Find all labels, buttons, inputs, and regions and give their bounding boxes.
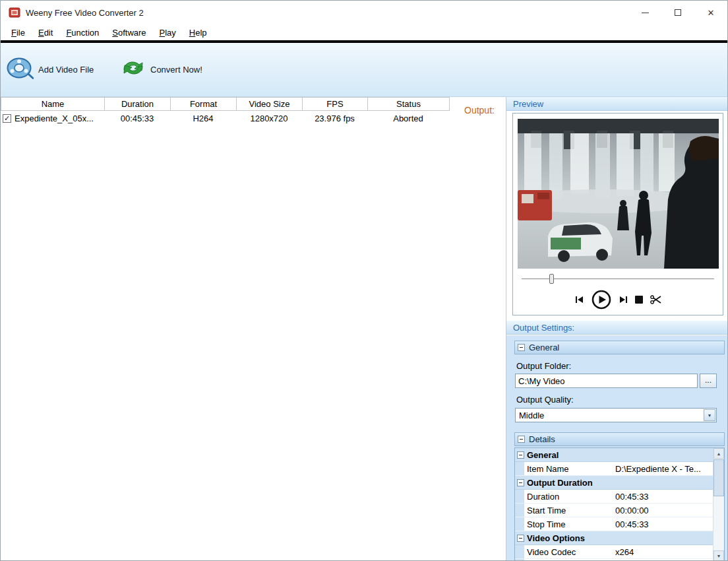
details-property-grid: General Item Name D:\Expediente X - Te..… [514,447,725,561]
close-icon: ✕ [708,8,715,18]
property-key: Start Time [527,506,615,515]
property-row-video-codec[interactable]: Video Codec x264 [515,545,713,559]
output-settings-header: Output Settings: [506,321,728,335]
column-header-duration[interactable]: Duration [105,98,171,110]
row-checkbox[interactable]: ✓ [3,114,11,123]
cell-duration: 00:45:33 [104,114,170,123]
maximize-button[interactable] [661,1,694,24]
property-value: 00:00:00 [615,506,649,515]
property-value: 00:45:33 [615,519,649,529]
preview-box [512,113,723,315]
app-window: Weeny Free Video Converter 2 ✕ File Edit… [0,0,728,561]
property-key: Item Name [527,464,615,474]
convert-now-label: Convert Now! [150,65,202,75]
output-label: Output: [464,105,495,116]
property-row-duration[interactable]: Duration 00:45:33 [515,490,713,504]
file-list-header: Name Duration Format Video Size FPS Stat… [1,97,450,111]
output-quality-dropdown[interactable]: Middle ▼ [515,408,717,422]
output-quality-label: Output Quality: [516,395,574,405]
convert-now-button[interactable]: Convert Now! [121,57,202,81]
general-group-header[interactable]: General [514,341,725,354]
property-group-video-options[interactable]: Video Options [515,531,713,545]
property-group-output-duration[interactable]: Output Duration [515,476,713,490]
window-controls: ✕ [628,1,727,24]
menu-item-function[interactable]: Function [59,26,106,40]
maximize-icon [675,9,681,16]
column-header-name[interactable]: Name [1,98,105,110]
quality-dropdown-arrow-button[interactable]: ▼ [704,409,715,421]
property-key: Video Codec [527,547,615,557]
group-label: Output Duration [527,478,593,488]
scrollbar-up-button[interactable]: ▲ [713,448,724,459]
chevron-down-icon: ▼ [708,413,712,418]
title-bar: Weeny Free Video Converter 2 ✕ [1,1,727,24]
browse-button[interactable]: ... [700,374,717,388]
property-key: Stop Time [527,519,615,529]
film-reel-icon [6,56,34,82]
cell-video-size: 1280x720 [236,114,302,123]
arrow-up-icon: ▲ [717,451,721,456]
output-folder-input[interactable] [515,374,698,388]
skip-next-button[interactable] [619,295,628,304]
cell-status: Aborted [367,114,449,123]
play-button[interactable] [592,290,611,310]
convert-arrows-icon [121,57,146,81]
property-row-stop-time[interactable]: Stop Time 00:45:33 [515,517,713,531]
column-header-fps[interactable]: FPS [303,98,368,110]
details-group-header[interactable]: Details [514,432,725,446]
property-row-item-name[interactable]: Item Name D:\Expediente X - Te... [515,462,713,476]
stop-button[interactable] [635,296,643,304]
scrollbar-thumb[interactable] [713,459,724,496]
add-video-file-button[interactable]: Add Video File [6,56,94,82]
scrollbar-down-button[interactable]: ▼ [713,550,724,561]
cell-name: ✓ Expediente_X_05x... [1,114,104,123]
collapse-icon[interactable] [517,451,524,459]
right-panel: Preview [506,97,728,561]
window-title: Weeny Free Video Converter 2 [26,8,144,18]
property-rows: General Item Name D:\Expediente X - Te..… [515,448,713,561]
collapse-icon[interactable] [517,535,524,542]
output-quality-value: Middle [516,411,704,420]
group-label: General [527,450,559,460]
minimize-icon [642,13,649,13]
details-group-label: Details [529,434,555,444]
collapse-icon[interactable] [518,344,525,351]
add-video-file-label: Add Video File [38,65,94,75]
menu-item-software[interactable]: Software [106,26,152,40]
table-row[interactable]: ✓ Expediente_X_05x... 00:45:33 H264 1280… [1,111,450,125]
output-settings-panel: General Output Folder: ... Output Qualit… [506,335,728,561]
menu-item-play[interactable]: Play [153,26,183,40]
property-key: Duration [527,492,615,502]
file-name: Expediente_X_05x... [15,114,94,123]
collapse-icon[interactable] [518,436,525,443]
cell-format: H264 [170,114,236,123]
cut-scissors-button[interactable] [650,295,661,304]
property-value: x264 [615,547,634,557]
general-group-label: General [529,343,559,352]
arrow-down-icon: ▼ [717,554,721,558]
app-logo-icon [9,7,20,18]
cell-fps: 23.976 fps [302,114,367,123]
video-frame [518,119,719,269]
toolbar: Add Video File Convert Now! Output: [1,43,727,97]
minimize-button[interactable] [628,1,661,24]
menu-item-file[interactable]: File [5,26,32,40]
output-folder-label: Output Folder: [516,361,571,371]
menu-item-edit[interactable]: Edit [32,26,59,40]
preview-header: Preview [506,97,728,111]
collapse-icon[interactable] [517,479,524,486]
property-row-start-time[interactable]: Start Time 00:00:00 [515,504,713,517]
scrollbar[interactable]: ▲ ▼ [713,448,724,561]
seek-handle[interactable] [549,274,554,284]
close-button[interactable]: ✕ [694,1,727,24]
file-list: Name Duration Format Video Size FPS Stat… [1,97,450,125]
column-header-status[interactable]: Status [368,98,450,110]
menu-item-help[interactable]: Help [183,26,214,40]
property-value: 00:45:33 [615,492,649,502]
column-header-format[interactable]: Format [171,98,237,110]
skip-previous-button[interactable] [575,295,584,304]
column-header-video-size[interactable]: Video Size [237,98,303,110]
property-value: D:\Expediente X - Te... [615,464,701,474]
property-group-general[interactable]: General [515,448,713,462]
menu-bar: File Edit Function Software Play Help [1,24,727,40]
